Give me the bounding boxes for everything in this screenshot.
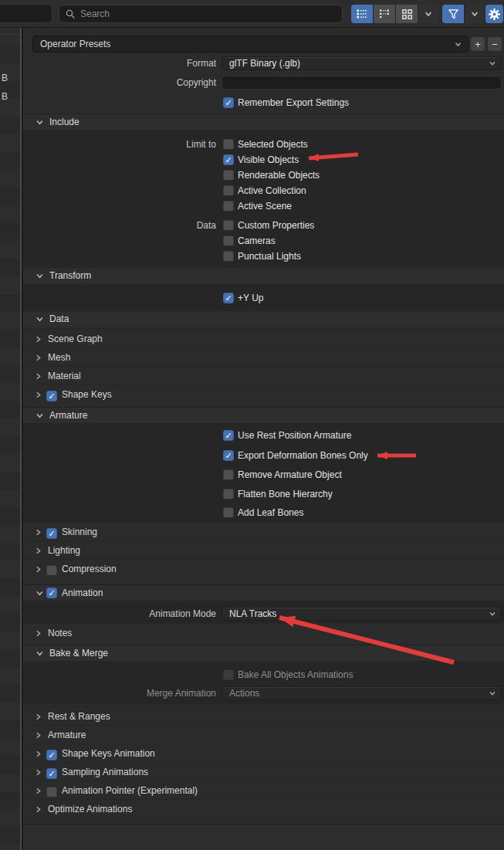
remove-preset-button[interactable]: −	[487, 36, 502, 52]
select-format[interactable]: glTF Binary (.glb)	[222, 56, 502, 70]
filter-dropdown[interactable]	[465, 5, 484, 23]
checkbox-sampling-animations[interactable]: ✓	[46, 768, 57, 779]
divider	[0, 34, 20, 35]
checkbox-row-renderable-objects[interactable]: Renderable Objects	[23, 169, 504, 181]
subsection-label: Rest & Ranges	[48, 711, 110, 722]
checkbox-use-rest-position-armature[interactable]: ✓	[223, 430, 234, 441]
path-field[interactable]	[0, 4, 52, 23]
subsection-lighting[interactable]: Lighting	[23, 544, 504, 557]
checkbox-custom-properties[interactable]	[223, 220, 234, 231]
file-list-edge: B B	[0, 28, 20, 850]
checkbox-shape-keys[interactable]: ✓	[46, 391, 57, 401]
subsection-shape-keys-animation[interactable]: ✓Shape Keys Animation	[23, 747, 504, 760]
checkbox-remember-export-settings[interactable]: ✓	[223, 97, 234, 108]
thumbnail-grid-button[interactable]	[396, 5, 418, 23]
subsection-label: Skinning	[62, 527, 97, 537]
section-header-animation[interactable]: ✓Animation	[23, 584, 504, 601]
checkbox-row-cameras[interactable]: Cameras	[23, 235, 504, 247]
search-box[interactable]	[59, 5, 343, 23]
checkbox-row-active-collection[interactable]: Active Collection	[23, 185, 504, 197]
input-copyright[interactable]	[222, 76, 502, 90]
checkbox-active-scene[interactable]	[223, 201, 234, 212]
subsection-shape-keys[interactable]: ✓Shape Keys	[23, 388, 504, 401]
subsection-optimize-animations[interactable]: Optimize Animations	[23, 803, 504, 815]
field-label: Animation Mode	[23, 608, 216, 619]
section-header-transform[interactable]: Transform	[23, 267, 504, 283]
subsection-skinning[interactable]: ✓Skinning	[23, 526, 504, 538]
subsection-notes[interactable]: Notes	[23, 627, 504, 639]
checkbox-row-visible-objects[interactable]: ✓Visible Objects	[23, 154, 504, 166]
operator-presets-select[interactable]: Operator Presets	[32, 36, 468, 52]
checkbox-row-y-up[interactable]: ✓+Y Up	[23, 292, 504, 304]
section-header-armature[interactable]: Armature	[23, 407, 504, 423]
checkbox-remove-armature-object[interactable]	[223, 469, 234, 480]
checkbox-animation-pointer-experimental[interactable]	[46, 787, 57, 798]
checkbox-row-use-rest-position-armature[interactable]: ✓Use Rest Position Armature	[23, 429, 504, 442]
section-header-data[interactable]: Data	[23, 310, 504, 327]
file-list-item-fragment[interactable]: B	[2, 91, 8, 102]
checkbox-label: Renderable Objects	[238, 170, 320, 181]
checkbox-selected-objects[interactable]	[223, 139, 234, 150]
field-row-animation-mode: Animation Mode NLA Tracks	[23, 607, 504, 621]
search-input[interactable]	[80, 8, 336, 19]
select-value: NLA Tracks	[229, 608, 276, 619]
display-mode-dropdown[interactable]	[418, 5, 438, 23]
checkbox-add-leaf-bones[interactable]	[223, 507, 234, 518]
subsection-label: Mesh	[48, 352, 70, 363]
check-icon: ✓	[225, 431, 232, 439]
checkbox-row-custom-properties[interactable]: DataCustom Properties	[23, 219, 504, 232]
subsection-animation-pointer-experimental[interactable]: Animation Pointer (Experimental)	[23, 784, 504, 797]
select-value: glTF Binary (.glb)	[229, 58, 300, 69]
checkbox-label: Remember Export Settings	[238, 97, 349, 108]
subsection-armature[interactable]: Armature	[23, 729, 504, 741]
settings-button[interactable]	[485, 5, 503, 23]
checkbox-row-add-leaf-bones[interactable]: Add Leaf Bones	[23, 506, 504, 519]
checkbox-row-punctual-lights[interactable]: Punctual Lights	[23, 250, 504, 262]
chevron-right-icon	[34, 787, 42, 795]
checkbox-row-remember-export-settings[interactable]: ✓Remember Export Settings	[23, 97, 504, 109]
horizontal-list-button[interactable]	[374, 5, 396, 23]
chevron-right-icon	[34, 372, 42, 381]
filter-icon	[448, 8, 459, 20]
checkbox-shape-keys-animation[interactable]: ✓	[46, 750, 57, 760]
subsection-sampling-animations[interactable]: ✓Sampling Animations	[23, 766, 504, 778]
select-animation-mode[interactable]: NLA Tracks	[222, 607, 502, 621]
checkbox-row-selected-objects[interactable]: Limit toSelected Objects	[23, 138, 504, 151]
vertical-list-button[interactable]	[351, 5, 374, 23]
add-preset-button[interactable]: +	[470, 36, 485, 52]
checkbox-row-bake-all-objects-animations[interactable]: Bake All Objects Animations	[23, 669, 504, 681]
checkbox-skinning[interactable]: ✓	[46, 528, 57, 539]
divider	[23, 366, 504, 367]
section-header-bake-merge[interactable]: Bake & Merge	[23, 645, 504, 661]
checkbox-renderable-objects[interactable]	[223, 170, 234, 181]
checkbox-animation[interactable]: ✓	[46, 588, 57, 598]
checkbox-export-deformation-bones-only[interactable]: ✓	[223, 450, 234, 461]
chevron-down-icon	[36, 118, 44, 127]
subsection-compression[interactable]: Compression	[23, 563, 504, 575]
checkbox-compression[interactable]	[46, 565, 57, 576]
filter-button[interactable]	[442, 5, 465, 23]
checkbox-y-up[interactable]: ✓	[223, 293, 234, 303]
file-list-item-fragment[interactable]: B	[2, 73, 8, 83]
checkbox-active-collection[interactable]	[223, 185, 234, 196]
checkbox-bake-all-objects-animations[interactable]	[223, 669, 234, 680]
subsection-scene-graph[interactable]: Scene Graph	[23, 333, 504, 345]
subsection-material[interactable]: Material	[23, 370, 504, 382]
checkbox-row-flatten-bone-hierarchy[interactable]: Flatten Bone Hierarchy	[23, 488, 504, 500]
subsection-mesh[interactable]: Mesh	[23, 351, 504, 364]
checkbox-visible-objects[interactable]: ✓	[223, 154, 234, 165]
checkbox-cameras[interactable]	[223, 235, 234, 246]
select-merge-animation[interactable]: Actions	[222, 686, 502, 700]
chevron-down-icon	[424, 9, 433, 19]
chevron-right-icon	[34, 547, 42, 555]
subsection-rest-ranges[interactable]: Rest & Ranges	[23, 710, 504, 723]
section-header-include[interactable]: Include	[23, 113, 504, 130]
checkbox-flatten-bone-hierarchy[interactable]	[223, 489, 234, 500]
row-group-label: Limit to	[23, 139, 216, 150]
checkbox-row-remove-armature-object[interactable]: Remove Armature Object	[23, 469, 504, 481]
section-label: Armature	[49, 410, 87, 421]
checkbox-punctual-lights[interactable]	[223, 251, 234, 262]
checkbox-row-export-deformation-bones-only[interactable]: ✓Export Deformation Bones Only	[23, 449, 504, 462]
checkbox-row-active-scene[interactable]: Active Scene	[23, 200, 504, 212]
checkbox-label: Flatten Bone Hierarchy	[238, 489, 333, 500]
